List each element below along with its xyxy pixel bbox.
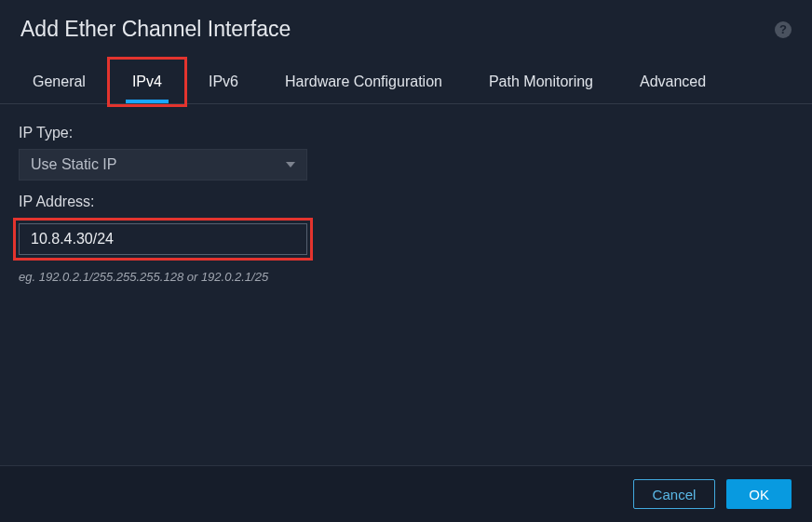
tab-ipv6[interactable]: IPv6 <box>185 60 262 103</box>
tab-label: IPv6 <box>209 74 238 89</box>
tab-label: Path Monitoring <box>489 74 593 89</box>
tab-general[interactable]: General <box>9 60 109 103</box>
help-icon[interactable]: ? <box>775 21 792 38</box>
tab-bar: General IPv4 IPv6 Hardware Configuration… <box>0 60 812 104</box>
cancel-button[interactable]: Cancel <box>633 479 716 509</box>
dialog-footer: Cancel OK <box>0 465 812 522</box>
highlight-box <box>13 218 313 261</box>
button-label: OK <box>749 487 769 502</box>
chevron-down-icon <box>286 162 295 167</box>
ip-type-label: IP Type: <box>19 125 793 141</box>
tab-advanced[interactable]: Advanced <box>616 60 729 103</box>
tab-label: IPv4 <box>132 74 162 89</box>
tab-ipv4[interactable]: IPv4 <box>109 60 185 103</box>
form-body: IP Type: Use Static IP IP Address: eg. 1… <box>0 104 812 304</box>
tab-label: Advanced <box>640 74 706 89</box>
ok-button[interactable]: OK <box>726 479 792 509</box>
tab-hardware-configuration[interactable]: Hardware Configuration <box>262 60 466 103</box>
ip-type-select[interactable]: Use Static IP <box>19 149 307 181</box>
dialog-title: Add Ether Channel Interface <box>20 17 291 42</box>
tab-label: Hardware Configuration <box>285 74 442 89</box>
ip-address-helper: eg. 192.0.2.1/255.255.255.128 or 192.0.2… <box>19 270 793 284</box>
ip-address-input[interactable] <box>19 223 307 255</box>
button-label: Cancel <box>653 487 697 502</box>
tab-label: General <box>33 74 86 89</box>
ip-type-select-value: Use Static IP <box>31 156 286 173</box>
ip-address-label: IP Address: <box>19 194 793 210</box>
dialog-header: Add Ether Channel Interface ? <box>0 0 812 60</box>
tab-path-monitoring[interactable]: Path Monitoring <box>466 60 616 103</box>
